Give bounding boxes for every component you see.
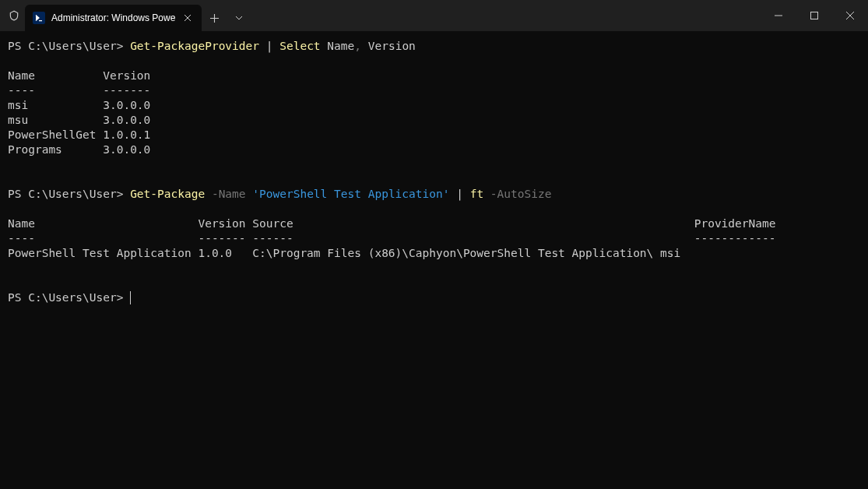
table-divider: ---- ------- ------ ------------	[8, 232, 775, 244]
titlebar-left: Administrator: Windows Powe	[0, 0, 761, 31]
cursor	[130, 291, 131, 304]
terminal-output[interactable]: PS C:\Users\User> Get-PackageProvider | …	[0, 31, 868, 489]
maximize-button[interactable]	[796, 0, 832, 31]
table-row: msi 3.0.0.0	[8, 99, 150, 111]
powershell-icon	[33, 12, 45, 24]
tab-dropdown-button[interactable]	[227, 16, 251, 20]
table-row: msu 3.0.0.0	[8, 114, 150, 126]
svg-rect-0	[811, 12, 818, 19]
prompt: PS C:\Users\User>	[8, 291, 123, 304]
minimize-button[interactable]	[761, 0, 796, 31]
table-header: Name Version	[8, 69, 150, 82]
table-divider: ---- -------	[8, 84, 150, 97]
prompt: PS C:\Users\User>	[8, 188, 123, 200]
window-controls	[761, 0, 868, 31]
table-row: PowerShell Test Application 1.0.0 C:\Pro…	[8, 247, 680, 259]
shield-icon	[0, 10, 25, 21]
cmd: Get-PackageProvider	[130, 40, 259, 52]
table-row: PowerShellGet 1.0.0.1	[8, 128, 150, 141]
new-tab-button[interactable]	[202, 14, 227, 23]
close-button[interactable]	[832, 0, 868, 31]
tab-close-button[interactable]	[181, 12, 194, 24]
table-header: Name Version Source ProviderName	[8, 217, 775, 230]
cmd: Get-Package	[130, 188, 205, 200]
tab-title: Administrator: Windows Powe	[51, 12, 175, 23]
param: -Name	[205, 188, 245, 200]
titlebar: Administrator: Windows Powe	[0, 0, 868, 31]
prompt: PS C:\Users\User>	[8, 40, 123, 52]
tab-powershell[interactable]: Administrator: Windows Powe	[25, 5, 202, 31]
table-row: Programs 3.0.0.0	[8, 143, 150, 156]
cmd: ft	[470, 188, 483, 200]
param-value: 'PowerShell Test Application'	[246, 188, 450, 200]
param: -AutoSize	[483, 188, 551, 200]
cmd: Select	[279, 40, 320, 52]
